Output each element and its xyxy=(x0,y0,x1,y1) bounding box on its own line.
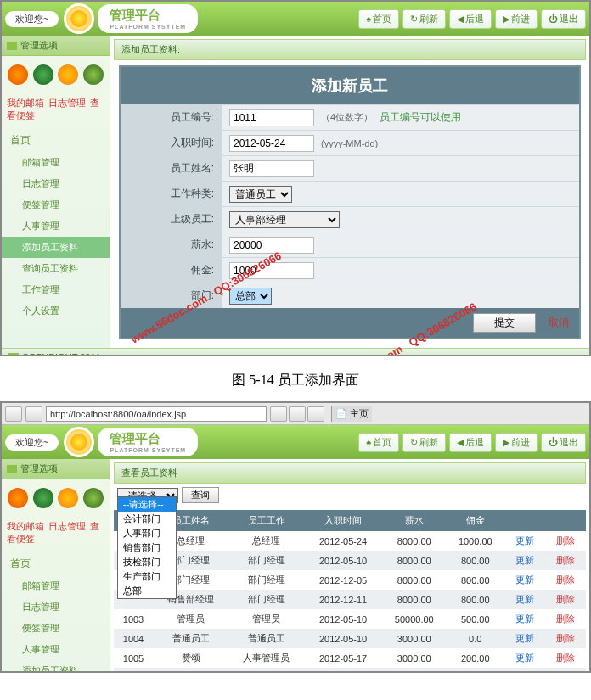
table-header: 入职时间 xyxy=(305,510,382,531)
cancel-button[interactable]: 取消 xyxy=(543,315,574,330)
top-bar: 欢迎您~ 管理平台 PLATFORM SYSYTEM ♠ 首页 ↻ 刷新 ◀ 后… xyxy=(2,425,589,459)
menu-hr[interactable]: 人事管理 xyxy=(2,216,110,237)
label-salary: 薪水: xyxy=(121,232,222,257)
side-icon-4[interactable] xyxy=(83,64,104,85)
menu-home[interactable]: 首页 xyxy=(2,552,110,575)
dept-dropdown-open[interactable]: --请选择-- 会计部门 人事部门 销售部门 技检部门 生产部门 总部 xyxy=(117,496,177,599)
menu-log[interactable]: 日志管理 xyxy=(2,596,110,618)
sidebar: 管理选项 我的邮箱 日志管理 查看便签 首页 邮箱管理 日志管理 便签管理 人事… xyxy=(2,459,110,673)
link-mail[interactable]: 我的邮箱 xyxy=(7,521,44,531)
menu-home[interactable]: 首页 xyxy=(2,129,110,152)
logo-icon xyxy=(64,3,94,34)
welcome-badge: 欢迎您~ xyxy=(5,434,59,451)
delete-link[interactable]: 删除 xyxy=(556,672,575,673)
menu-work[interactable]: 工作管理 xyxy=(2,279,110,300)
update-link[interactable]: 更新 xyxy=(515,555,534,565)
browser-reload-icon[interactable] xyxy=(270,406,287,422)
update-link[interactable]: 更新 xyxy=(515,574,534,585)
delete-link[interactable]: 删除 xyxy=(556,555,575,565)
nav-home[interactable]: ♠ 首页 xyxy=(358,433,399,452)
menu-add-emp[interactable]: 添加员工资料 xyxy=(2,237,110,258)
select-dept[interactable]: 总部 xyxy=(229,288,272,305)
delete-link[interactable]: 删除 xyxy=(556,574,575,585)
side-icon-2[interactable] xyxy=(33,64,53,85)
update-link[interactable]: 更新 xyxy=(515,594,534,604)
nav-forward[interactable]: ▶ 前进 xyxy=(495,9,538,29)
browser-search-icon[interactable] xyxy=(307,406,324,422)
url-input[interactable]: http://localhost:8800/oa/index.jsp xyxy=(46,406,267,422)
sidebar-header: 管理选项 xyxy=(2,459,110,479)
update-link[interactable]: 更新 xyxy=(515,535,534,546)
input-date[interactable] xyxy=(229,135,314,152)
label-sup: 上级员工: xyxy=(121,207,222,232)
menu-personal[interactable]: 个人设置 xyxy=(2,300,110,322)
book-icon xyxy=(7,465,17,473)
input-id[interactable] xyxy=(229,109,314,126)
table-row: 1003管理员管理员2012-05-1050000.00500.00更新删除 xyxy=(114,609,586,629)
side-icon-1[interactable] xyxy=(8,488,28,508)
figure-caption: 图 5-14 员工添加界面 xyxy=(0,360,591,401)
table-row: 1004普通员工普通员工2012-05-103000.000.0更新删除 xyxy=(114,629,586,648)
menu-note[interactable]: 便签管理 xyxy=(2,618,110,639)
menu-query-emp[interactable]: 查询员工资料 xyxy=(2,258,110,279)
menu-mail[interactable]: 邮箱管理 xyxy=(2,575,110,596)
input-comm[interactable] xyxy=(229,262,314,279)
nav-refresh[interactable]: ↻ 刷新 xyxy=(402,9,446,29)
browser-back-icon[interactable] xyxy=(5,406,22,422)
platform-title: 管理平台 PLATFORM SYSYTEM xyxy=(98,4,198,33)
delete-link[interactable]: 删除 xyxy=(556,613,575,624)
table-header xyxy=(545,510,586,531)
table-row: 部门经理部门经理2012-12-058000.00800.00更新删除 xyxy=(114,570,586,590)
nav-refresh[interactable]: ↻ 刷新 xyxy=(402,433,446,452)
table-header: 佣金 xyxy=(447,510,504,531)
delete-link[interactable]: 删除 xyxy=(556,594,575,604)
update-link[interactable]: 更新 xyxy=(515,672,534,673)
side-icon-1[interactable] xyxy=(8,64,28,85)
platform-title: 管理平台 PLATFORM SYSYTEM xyxy=(98,428,198,456)
menu-mail[interactable]: 邮箱管理 xyxy=(2,152,110,173)
nav-back[interactable]: ◀ 后退 xyxy=(449,9,492,29)
nav-home[interactable]: ♠ 首页 xyxy=(358,9,399,29)
browser-stop-icon[interactable] xyxy=(289,406,306,422)
input-salary[interactable] xyxy=(229,237,314,254)
side-icon-3[interactable] xyxy=(58,488,78,508)
nav-exit[interactable]: ⏻ 退出 xyxy=(541,9,586,29)
link-mail[interactable]: 我的邮箱 xyxy=(7,98,44,108)
update-link[interactable]: 更新 xyxy=(515,652,534,663)
menu-add-emp[interactable]: 添加员工资料 xyxy=(2,660,110,673)
select-sup[interactable]: 人事部经理 xyxy=(229,211,340,228)
browser-tab[interactable]: 📄 主页 xyxy=(335,407,369,420)
label-comm: 佣金: xyxy=(121,258,222,283)
delete-link[interactable]: 删除 xyxy=(556,535,575,546)
nav-exit[interactable]: ⏻ 退出 xyxy=(541,433,586,452)
top-bar: 欢迎您~ 管理平台 PLATFORM SYSYTEM ♠ 首页 ↻ 刷新 ◀ 后… xyxy=(2,2,589,36)
form-header: 添加新员工 xyxy=(121,67,579,104)
menu-note[interactable]: 便签管理 xyxy=(2,194,110,216)
page-title: 添加员工资料: xyxy=(114,39,586,60)
link-log[interactable]: 日志管理 xyxy=(48,98,86,108)
menu-hr[interactable]: 人事管理 xyxy=(2,639,110,660)
input-name[interactable] xyxy=(229,160,314,177)
menu-log[interactable]: 日志管理 xyxy=(2,173,110,194)
side-icon-4[interactable] xyxy=(83,488,104,508)
welcome-badge: 欢迎您~ xyxy=(5,11,59,27)
page-title: 查看员工资料 xyxy=(114,462,586,484)
browser-forward-icon[interactable] xyxy=(25,406,42,422)
delete-link[interactable]: 删除 xyxy=(556,652,575,663)
delete-link[interactable]: 删除 xyxy=(556,633,575,643)
browser-address-bar: http://localhost:8800/oa/index.jsp 📄 主页 xyxy=(2,403,589,425)
submit-button[interactable]: 提交 xyxy=(473,313,536,333)
nav-back[interactable]: ◀ 后退 xyxy=(449,433,492,452)
side-icon-2[interactable] xyxy=(33,488,53,508)
update-link[interactable]: 更新 xyxy=(515,613,534,624)
table-row: 部门经理部门经理2012-05-108000.00800.00更新删除 xyxy=(114,551,586,570)
side-icon-3[interactable] xyxy=(58,64,78,85)
select-type[interactable]: 普通员工 xyxy=(229,186,292,203)
table-header xyxy=(504,510,545,531)
label-dept: 部门: xyxy=(121,283,222,308)
label-name: 员工姓名: xyxy=(121,156,222,181)
query-button[interactable]: 查询 xyxy=(182,487,219,503)
link-log[interactable]: 日志管理 xyxy=(48,521,86,531)
nav-forward[interactable]: ▶ 前进 xyxy=(495,433,538,452)
update-link[interactable]: 更新 xyxy=(515,633,534,643)
